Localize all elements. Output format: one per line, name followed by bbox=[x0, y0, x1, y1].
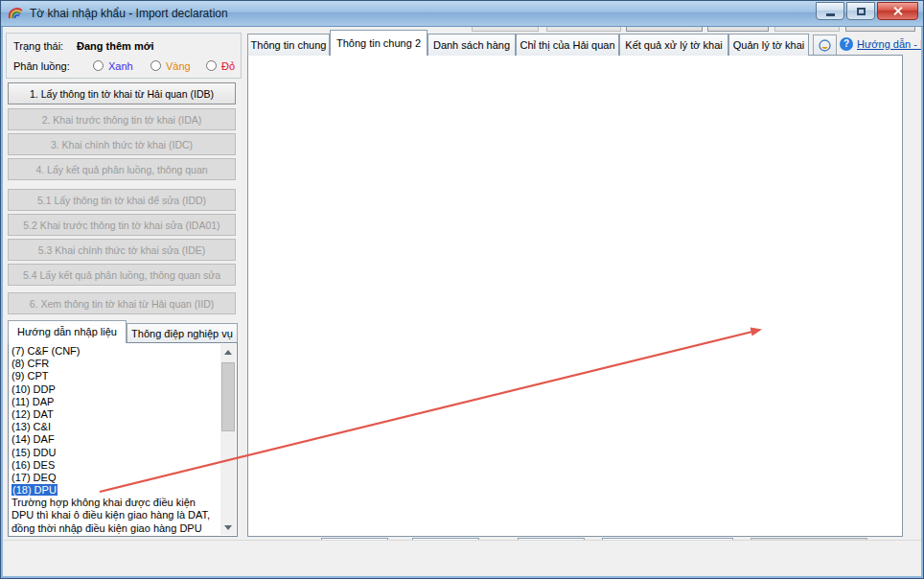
minimize-icon bbox=[826, 13, 835, 16]
help-icon[interactable]: ? bbox=[840, 37, 853, 51]
lane-label-vang: Vàng bbox=[166, 59, 191, 73]
status-label: Trạng thái: bbox=[13, 39, 63, 53]
step-button-ida01[interactable]: 5.2 Khai trước thông tin tờ khai sửa (ID… bbox=[8, 214, 236, 236]
lane-radio-vang[interactable] bbox=[150, 60, 161, 71]
tab-danh-sach-hang[interactable]: Danh sách hàng bbox=[427, 34, 516, 56]
close-button[interactable] bbox=[877, 2, 918, 20]
maximize-icon bbox=[857, 8, 866, 15]
tab-thong-diep-nghiep-vu[interactable]: Thông điệp nghiệp vụ bbox=[127, 323, 238, 343]
list-item[interactable]: (11) DAP bbox=[12, 396, 218, 408]
tab-quan-ly-to-khai[interactable]: Quản lý tờ khai bbox=[728, 34, 809, 56]
upload-circle-icon bbox=[819, 39, 831, 52]
list-item[interactable]: (12) DAT bbox=[12, 408, 218, 421]
guide-note: Trường hợp không khai được điều kiện DPU… bbox=[12, 497, 218, 536]
footer-bar bbox=[3, 540, 921, 576]
scroll-down-icon[interactable] bbox=[220, 520, 236, 535]
lane-label: Phân luồng: bbox=[13, 59, 70, 73]
scroll-up-icon[interactable] bbox=[220, 344, 236, 359]
title-bar: Tờ khai nhập khẩu - Import declaration bbox=[0, 0, 924, 27]
guide-listbox[interactable]: (7) C&F (CNF) (8) CFR (9) CPT (10) DDP (… bbox=[8, 342, 238, 537]
step-button-ide[interactable]: 5.3 Khai chính thức tờ khai sửa (IDE) bbox=[8, 239, 236, 261]
step-button-iid[interactable]: 6. Xem thông tin tờ khai từ Hải quan (II… bbox=[8, 292, 236, 314]
list-item[interactable]: (8) CFR bbox=[12, 358, 218, 370]
lane-label-xanh: Xanh bbox=[108, 59, 133, 73]
tab-huong-dan-nhap-lieu[interactable]: Hướng dẫn nhập liệu bbox=[8, 320, 127, 343]
help-link[interactable]: Hướng dẫn - F1 bbox=[857, 38, 924, 50]
tab-page-thong-tin-chung-2 bbox=[247, 55, 903, 537]
list-item[interactable]: (7) C&F (CNF) bbox=[12, 345, 218, 358]
minimize-button[interactable] bbox=[816, 2, 844, 20]
step-button-phan-luong-sua[interactable]: 5.4 Lấy kết quả phân luồng, thông quan s… bbox=[8, 264, 236, 286]
list-item[interactable]: (9) CPT bbox=[12, 370, 218, 382]
tab-thong-tin-chung-2[interactable]: Thông tin chung 2 bbox=[330, 30, 427, 56]
close-icon bbox=[892, 6, 903, 16]
step-button-phan-luong[interactable]: 4. Lấy kết quả phân luồng, thông quan bbox=[8, 158, 236, 180]
list-item[interactable]: (13) C&I bbox=[12, 421, 218, 433]
list-item[interactable]: (14) DAF bbox=[12, 433, 218, 446]
list-item[interactable]: (16) DES bbox=[12, 459, 218, 472]
list-item[interactable]: (17) DEQ bbox=[12, 472, 218, 484]
list-item-selected[interactable]: (18) DPU bbox=[12, 484, 218, 497]
guide-list-scrollbar[interactable] bbox=[220, 344, 236, 535]
step-button-idc[interactable]: 3. Khai chính thức tờ khai (IDC) bbox=[8, 133, 236, 155]
tab-chi-thi-hai-quan[interactable]: Chỉ thị của Hải quan bbox=[516, 34, 619, 56]
app-rainbow-icon bbox=[8, 6, 24, 20]
toolbar-extra-button[interactable] bbox=[813, 35, 837, 56]
scroll-thumb[interactable] bbox=[221, 362, 235, 431]
step-button-idb[interactable]: 1. Lấy thông tin tờ khai từ Hải quan (ID… bbox=[8, 82, 236, 104]
maximize-button[interactable] bbox=[846, 2, 875, 20]
lane-radio-do[interactable] bbox=[206, 60, 217, 71]
window-title: Tờ khai nhập khẩu - Import declaration bbox=[30, 7, 228, 20]
import-declaration-window: Tờ khai nhập khẩu - Import declaration T… bbox=[0, 0, 924, 579]
list-item[interactable]: (10) DDP bbox=[12, 383, 218, 396]
list-item[interactable]: (15) DDU bbox=[12, 447, 218, 459]
status-value: Đang thêm mới bbox=[77, 39, 154, 53]
step-button-ida[interactable]: 2. Khai trước thông tin tờ khai (IDA) bbox=[8, 108, 236, 130]
tab-thong-tin-chung[interactable]: Thông tin chung bbox=[247, 34, 330, 56]
lane-radio-xanh[interactable] bbox=[93, 60, 104, 71]
lane-label-do: Đỏ bbox=[221, 59, 235, 73]
tab-ket-qua-xu-ly[interactable]: Kết quả xử lý tờ khai bbox=[619, 34, 728, 56]
step-button-idd[interactable]: 5.1 Lấy thông tin tờ khai để sửa (IDD) bbox=[8, 189, 236, 211]
